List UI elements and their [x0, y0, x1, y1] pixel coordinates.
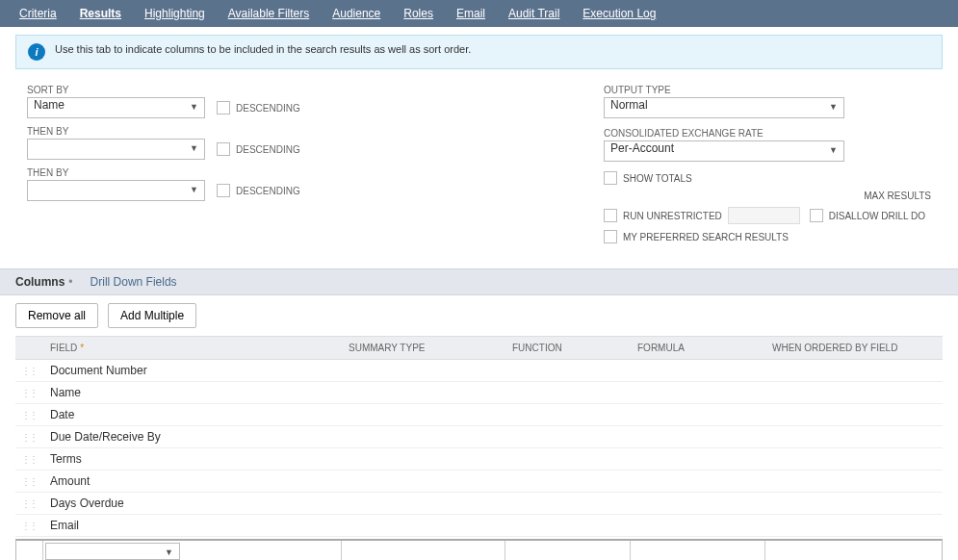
row-field-value: Terms — [42, 448, 341, 470]
table-row[interactable]: ⋮⋮Email — [15, 515, 943, 537]
tab-roles[interactable]: Roles — [392, 1, 445, 26]
disallowdrill-checkbox[interactable] — [810, 209, 823, 222]
mypreferred-label: MY PREFERRED SEARCH RESULTS — [623, 232, 789, 242]
editrow-field-select[interactable] — [45, 543, 180, 560]
grid-header-row: FIELD * SUMMARY TYPE FUNCTION FORMULA WH… — [15, 336, 943, 360]
showtotals-label: SHOW TOTALS — [623, 173, 692, 184]
thenby2-descending-label: DESCENDING — [236, 186, 300, 196]
drag-handle-icon[interactable]: ⋮⋮ — [15, 517, 42, 535]
rununrestricted-checkbox[interactable] — [604, 209, 617, 222]
output-column: OUTPUT TYPE Normal CONSOLIDATED EXCHANGE… — [604, 85, 931, 249]
table-row[interactable]: ⋮⋮Date — [15, 404, 943, 426]
sortby-select[interactable]: Name — [27, 97, 205, 118]
subtab-indicator-icon: • — [68, 275, 72, 289]
thenby1-descending-label: DESCENDING — [236, 144, 300, 155]
table-row[interactable]: ⋮⋮Days Overdue — [15, 493, 943, 515]
tab-execution-log[interactable]: Execution Log — [571, 1, 667, 26]
thenby2-select[interactable] — [27, 180, 205, 201]
subtab-columns[interactable]: Columns — [15, 275, 65, 289]
tab-audience[interactable]: Audience — [321, 1, 392, 26]
drag-handle-icon[interactable]: ⋮⋮ — [15, 472, 42, 491]
showtotals-checkbox[interactable] — [604, 171, 617, 185]
cer-label: CONSOLIDATED EXCHANGE RATE — [604, 128, 931, 139]
thenby1-label: THEN BY — [27, 126, 300, 137]
subtabs: Columns • Drill Down Fields — [0, 268, 958, 295]
top-tabbar: CriteriaResultsHighlightingAvailable Fil… — [0, 0, 958, 27]
table-row[interactable]: ⋮⋮Name — [15, 382, 943, 404]
required-star-icon: * — [80, 343, 84, 353]
drag-handle-icon[interactable]: ⋮⋮ — [15, 406, 42, 424]
tab-results[interactable]: Results — [68, 1, 133, 26]
drag-handle-icon[interactable]: ⋮⋮ — [15, 384, 42, 402]
columns-grid: FIELD * SUMMARY TYPE FUNCTION FORMULA WH… — [15, 336, 943, 560]
table-row[interactable]: ⋮⋮Due Date/Receive By — [15, 426, 943, 448]
gh-field-label: FIELD — [50, 343, 77, 353]
sortby-descending-label: DESCENDING — [236, 103, 300, 114]
tab-available-filters[interactable]: Available Filters — [217, 1, 321, 26]
columns-toolbar: Remove all Add Multiple — [0, 295, 958, 336]
outputtype-label: OUTPUT TYPE — [604, 85, 931, 95]
sortby-descending-checkbox[interactable] — [217, 101, 230, 115]
gh-function-label: FUNCTION — [505, 337, 630, 359]
thenby1-descending-checkbox[interactable] — [217, 142, 230, 156]
row-field-value: Days Overdue — [42, 493, 341, 514]
drag-handle-icon[interactable]: ⋮⋮ — [15, 428, 42, 446]
table-row[interactable]: ⋮⋮Amount — [15, 471, 943, 493]
gh-formula-label: FORMULA — [630, 337, 764, 359]
sortby-label: SORT BY — [27, 85, 300, 95]
drag-handle-icon[interactable]: ⋮⋮ — [15, 362, 42, 380]
drag-handle-icon[interactable]: ⋮⋮ — [15, 495, 42, 513]
remove-all-button[interactable]: Remove all — [15, 303, 98, 328]
info-banner: i Use this tab to indicate columns to be… — [15, 35, 943, 69]
row-field-value: Due Date/Receive By — [42, 426, 341, 447]
tab-audit-trail[interactable]: Audit Trail — [497, 1, 571, 26]
tab-email[interactable]: Email — [445, 1, 497, 26]
row-field-value: Date — [42, 404, 341, 425]
grid-edit-row — [15, 539, 943, 560]
thenby2-label: THEN BY — [27, 167, 300, 178]
row-field-value: Document Number — [42, 360, 341, 381]
info-text: Use this tab to indicate columns to be i… — [55, 43, 471, 55]
gh-ordered-label: WHEN ORDERED BY FIELD — [764, 337, 919, 359]
tab-highlighting[interactable]: Highlighting — [133, 1, 217, 26]
mypreferred-checkbox[interactable] — [604, 230, 617, 243]
subtab-drilldown[interactable]: Drill Down Fields — [91, 275, 177, 289]
row-field-value: Email — [42, 515, 341, 536]
cer-select[interactable]: Per-Account — [604, 140, 844, 162]
drag-handle-icon[interactable]: ⋮⋮ — [15, 450, 42, 469]
row-field-value: Amount — [42, 471, 341, 492]
disallowdrill-label: DISALLOW DRILL DO — [829, 211, 925, 221]
table-row[interactable]: ⋮⋮Document Number — [15, 360, 943, 382]
info-icon: i — [28, 43, 45, 61]
row-field-value: Name — [42, 382, 341, 403]
add-multiple-button[interactable]: Add Multiple — [108, 303, 196, 328]
outputtype-select[interactable]: Normal — [604, 97, 844, 118]
table-row[interactable]: ⋮⋮Terms — [15, 448, 943, 471]
rununrestricted-label: RUN UNRESTRICTED — [623, 211, 722, 221]
tab-criteria[interactable]: Criteria — [8, 1, 68, 26]
form-area: SORT BY Name DESCENDING THEN BY DESCENDI… — [0, 77, 958, 268]
sort-column: SORT BY Name DESCENDING THEN BY DESCENDI… — [27, 85, 300, 249]
thenby2-descending-checkbox[interactable] — [217, 184, 230, 197]
maxresults-label: MAX RESULTS — [864, 191, 931, 201]
gh-summary-label: SUMMARY TYPE — [341, 337, 505, 359]
thenby1-select[interactable] — [27, 139, 205, 160]
maxresults-input[interactable] — [728, 207, 800, 224]
